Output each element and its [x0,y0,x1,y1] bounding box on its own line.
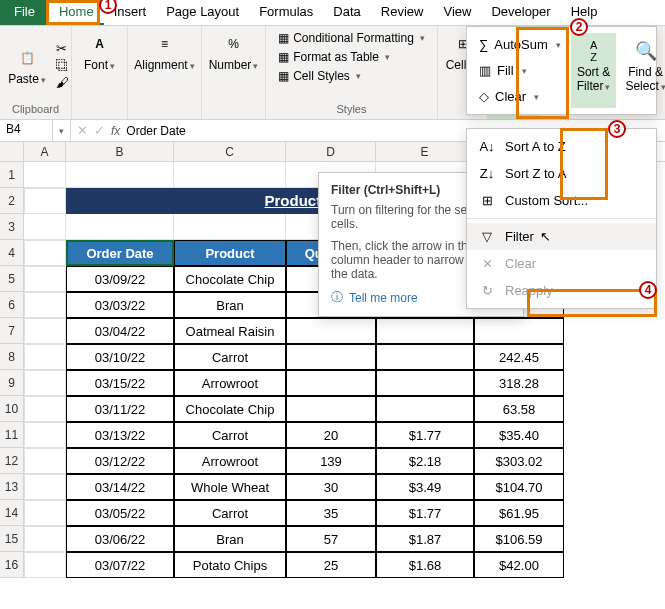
autosum-button[interactable]: ∑AutoSum [473,33,567,56]
cell-price[interactable]: $1.68 [376,552,474,578]
cell-price[interactable] [376,370,474,396]
cell-price[interactable]: $3.49 [376,474,474,500]
cell-product[interactable]: Whole Wheat [174,474,286,500]
cell-price[interactable]: $1.87 [376,526,474,552]
cell-price[interactable] [376,396,474,422]
format-painter-icon[interactable]: 🖌 [56,75,69,90]
cell-date[interactable]: 03/15/22 [66,370,174,396]
fill-button[interactable]: ▥Fill [473,59,567,82]
tab-page-layout[interactable]: Page Layout [156,0,249,25]
cell-product[interactable]: Carrot [174,500,286,526]
cell-date[interactable]: 03/11/22 [66,396,174,422]
sort-az-item[interactable]: A↓Sort A to Z [467,133,656,160]
cancel-icon[interactable]: ✕ [77,123,88,138]
tab-developer[interactable]: Developer [481,0,560,25]
table-row: 15 03/06/22 Bran 57 $1.87 $106.59 [0,526,665,552]
tab-review[interactable]: Review [371,0,434,25]
cell-qty[interactable] [286,318,376,344]
alignment-label: Alignment [134,58,194,72]
sort-filter-button[interactable]: AZ Sort & Filter [571,33,617,108]
cell-price[interactable]: $1.77 [376,500,474,526]
cell-product[interactable]: Bran [174,526,286,552]
cell-price[interactable] [376,318,474,344]
cell-qty[interactable] [286,370,376,396]
cell-total[interactable]: $35.40 [474,422,564,448]
col-header-d[interactable]: D [286,142,376,161]
cell-date[interactable]: 03/07/22 [66,552,174,578]
cell-date[interactable]: 03/09/22 [66,266,174,292]
col-header-a[interactable]: A [24,142,66,161]
cell-date[interactable]: 03/03/22 [66,292,174,318]
header-order-date[interactable]: Order Date [66,240,174,266]
select-all-corner[interactable] [0,142,24,161]
fx-button[interactable]: fx [111,124,120,138]
table-row: 16 03/07/22 Potato Chips 25 $1.68 $42.00 [0,552,665,578]
cell-qty[interactable]: 57 [286,526,376,552]
cell-product[interactable]: Oatmeal Raisin [174,318,286,344]
cell-total[interactable] [474,318,564,344]
cell-qty[interactable]: 139 [286,448,376,474]
header-product[interactable]: Product [174,240,286,266]
cell-total[interactable]: $106.59 [474,526,564,552]
tab-data[interactable]: Data [323,0,370,25]
cell-total[interactable]: 318.28 [474,370,564,396]
filter-item[interactable]: ▽Filter↖ [467,223,656,250]
cell-date[interactable]: 03/10/22 [66,344,174,370]
cell-styles-button[interactable]: ▦Cell Styles [274,68,365,84]
cell-price[interactable] [376,344,474,370]
format-as-table-button[interactable]: ▦Format as Table [274,49,394,65]
tab-formulas[interactable]: Formulas [249,0,323,25]
alignment-button[interactable]: ≡ Alignment [128,30,200,74]
cell-product[interactable]: Arrowroot [174,370,286,396]
enter-icon[interactable]: ✓ [94,123,105,138]
clear-button[interactable]: ◇Clear [473,85,567,108]
cell-product[interactable]: Chocolate Chip [174,396,286,422]
cell-qty[interactable] [286,396,376,422]
cell-product[interactable]: Carrot [174,422,286,448]
number-label: Number [209,58,259,72]
cell-total[interactable]: $104.70 [474,474,564,500]
cell-date[interactable]: 03/12/22 [66,448,174,474]
cell-date[interactable]: 03/13/22 [66,422,174,448]
paste-button[interactable]: 📋 Paste [2,44,52,88]
cursor-icon: ↖ [540,229,551,244]
custom-sort-item[interactable]: ⊞Custom Sort... [467,187,656,214]
cell-product[interactable]: Arrowroot [174,448,286,474]
name-box-chevron-icon[interactable]: ▾ [53,120,71,141]
col-header-c[interactable]: C [174,142,286,161]
cell-total[interactable]: $61.95 [474,500,564,526]
cell-total[interactable]: 242.45 [474,344,564,370]
cell-qty[interactable]: 20 [286,422,376,448]
cell-product[interactable]: Carrot [174,344,286,370]
cell-date[interactable]: 03/05/22 [66,500,174,526]
sort-za-item[interactable]: Z↓Sort Z to A [467,160,656,187]
cell-product[interactable]: Bran [174,292,286,318]
number-button[interactable]: % Number [203,30,265,74]
cell-date[interactable]: 03/14/22 [66,474,174,500]
cell-total[interactable]: $42.00 [474,552,564,578]
cell-date[interactable]: 03/04/22 [66,318,174,344]
cell-qty[interactable]: 35 [286,500,376,526]
sigma-icon: ∑ [479,37,488,52]
cut-icon[interactable]: ✂ [56,41,69,56]
cell-qty[interactable]: 25 [286,552,376,578]
cell-total[interactable]: $303.02 [474,448,564,474]
cell-product[interactable]: Potato Chips [174,552,286,578]
cell-total[interactable]: 63.58 [474,396,564,422]
tab-file[interactable]: File [0,0,49,25]
cell-price[interactable]: $1.77 [376,422,474,448]
col-header-b[interactable]: B [66,142,174,161]
find-select-button[interactable]: 🔍 Find & Select [619,33,665,108]
copy-icon[interactable]: ⿻ [56,58,69,73]
cell-date[interactable]: 03/06/22 [66,526,174,552]
col-header-e[interactable]: E [376,142,474,161]
font-button[interactable]: A Font [78,30,121,74]
conditional-formatting-button[interactable]: ▦Conditional Formatting [274,30,429,46]
name-box[interactable]: B4 [0,120,53,141]
cell-qty[interactable] [286,344,376,370]
tab-view[interactable]: View [433,0,481,25]
cell-qty[interactable]: 30 [286,474,376,500]
tab-home[interactable]: Home [49,0,104,25]
cell-product[interactable]: Chocolate Chip [174,266,286,292]
cell-price[interactable]: $2.18 [376,448,474,474]
